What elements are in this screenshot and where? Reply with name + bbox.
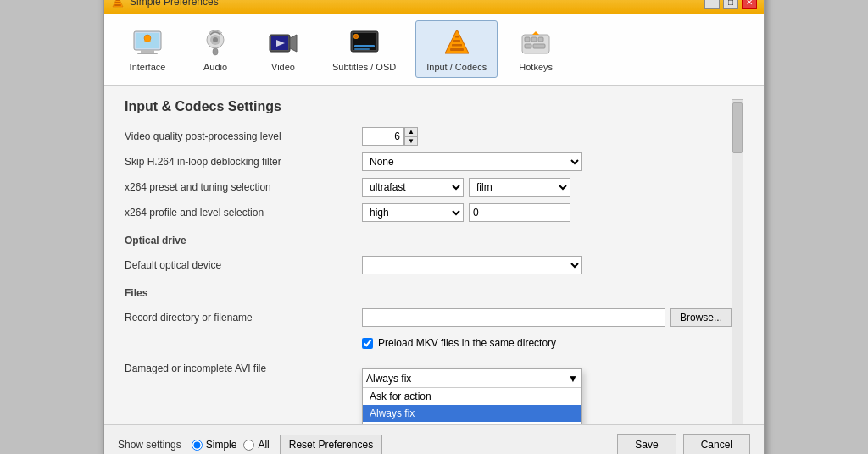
video-quality-input[interactable] <box>362 127 404 146</box>
dropdown-arrow-icon: ▼ <box>568 373 578 385</box>
simple-label: Simple <box>206 439 237 451</box>
spinbox-arrows: ▲ ▼ <box>404 127 418 146</box>
record-dir-label: Record directory or filename <box>125 312 362 324</box>
record-dir-row: Record directory or filename Browse... <box>125 307 732 328</box>
title-bar: Simple Preferences – □ ✕ <box>104 0 764 14</box>
close-button[interactable]: ✕ <box>742 0 757 9</box>
preload-mkv-label: Preload MKV files in the same directory <box>378 337 556 349</box>
x264-profile-select[interactable]: high main baseline <box>362 203 464 222</box>
footer-right: Save Cancel <box>617 434 750 454</box>
all-radio[interactable] <box>243 440 254 451</box>
title-bar-buttons: – □ ✕ <box>704 0 757 9</box>
dropdown-header[interactable]: Always fix ▼ <box>363 369 581 388</box>
svg-rect-28 <box>455 36 459 38</box>
damaged-avi-row: Damaged or incomplete AVI file Always fi… <box>125 358 732 379</box>
tab-audio[interactable]: Audio <box>186 20 245 78</box>
dropdown-option-ask[interactable]: Ask for action <box>363 388 581 405</box>
dropdown-option-always[interactable]: Always fix <box>363 405 581 422</box>
maximize-button[interactable]: □ <box>723 0 738 9</box>
save-button[interactable]: Save <box>617 434 676 454</box>
svg-rect-31 <box>531 37 537 42</box>
dropdown-option-never[interactable]: Never fix <box>363 422 581 424</box>
svg-rect-2 <box>115 2 120 3</box>
tab-subtitles[interactable]: Subtitles / OSD <box>321 20 407 78</box>
record-dir-control: Browse... <box>362 308 732 327</box>
content-area: Input & Codecs Settings Video quality po… <box>104 86 764 424</box>
window-title: Simple Preferences <box>130 0 219 8</box>
tab-input[interactable]: Input / Codecs <box>415 20 498 78</box>
svg-rect-20 <box>354 45 375 47</box>
footer-left: Show settings Simple All Reset Preferenc… <box>118 435 382 454</box>
audio-icon <box>198 26 232 60</box>
x264-tuning-select[interactable]: film animation grain stillimage <box>469 178 570 197</box>
svg-rect-13 <box>213 48 218 55</box>
preload-mkv-row: Preload MKV files in the same directory <box>125 333 732 353</box>
simple-radio[interactable] <box>192 440 203 451</box>
optical-device-row: Default optical device <box>125 255 732 275</box>
x264-level-input[interactable] <box>469 203 570 222</box>
svg-rect-34 <box>533 44 545 48</box>
damaged-avi-label: Damaged or incomplete AVI file <box>125 363 362 374</box>
vlc-title-icon <box>111 0 125 8</box>
tab-interface[interactable]: Interface <box>118 20 177 78</box>
svg-rect-27 <box>453 40 460 42</box>
reset-preferences-button[interactable]: Reset Preferences <box>280 435 382 454</box>
optical-device-select[interactable] <box>362 256 582 274</box>
svg-rect-7 <box>137 53 158 54</box>
spinbox-down[interactable]: ▼ <box>404 136 418 146</box>
browse-button[interactable]: Browse... <box>670 308 732 327</box>
tab-input-label: Input / Codecs <box>426 62 487 72</box>
svg-point-12 <box>213 37 218 42</box>
x264-profile-control: high main baseline <box>362 203 732 222</box>
svg-rect-6 <box>141 50 154 53</box>
svg-rect-30 <box>525 37 530 42</box>
tab-hotkeys-label: Hotkeys <box>519 62 553 72</box>
all-radio-option[interactable]: All <box>243 439 269 451</box>
x264-preset-row: x264 preset and tuning selection ultrafa… <box>125 177 732 197</box>
svg-marker-35 <box>532 31 539 35</box>
radio-settings: Simple All <box>192 439 270 451</box>
dropdown-current-value: Always fix <box>366 373 411 385</box>
minimize-button[interactable]: – <box>704 0 720 9</box>
optical-device-control <box>362 256 732 274</box>
tab-subtitles-label: Subtitles / OSD <box>332 62 396 72</box>
all-label: All <box>258 439 269 451</box>
tab-interface-label: Interface <box>130 62 166 72</box>
main-content: Input & Codecs Settings Video quality po… <box>125 99 743 424</box>
hotkeys-icon <box>519 26 553 60</box>
svg-rect-1 <box>114 4 121 6</box>
tab-video[interactable]: Video <box>253 20 313 78</box>
main-window: Simple Preferences – □ ✕ Interface <box>103 0 765 454</box>
video-quality-control: ▲ ▼ <box>362 127 732 146</box>
tab-audio-label: Audio <box>203 62 227 72</box>
skip-h264-select[interactable]: None All Non-reference <box>362 152 582 171</box>
cancel-button[interactable]: Cancel <box>683 434 750 454</box>
settings-form: Video quality post-processing level ▲ ▼ … <box>125 126 732 424</box>
files-group: Files <box>125 287 732 299</box>
svg-rect-33 <box>525 44 531 48</box>
x264-preset-select[interactable]: ultrafast superfast veryfast fast medium <box>362 178 464 197</box>
preload-mkv-control: Preload MKV files in the same directory <box>362 337 732 349</box>
optical-drive-group: Optical drive <box>125 235 732 246</box>
subtitles-icon <box>348 26 381 60</box>
interface-icon <box>131 26 164 60</box>
damaged-avi-dropdown[interactable]: Always fix ▼ Ask for action Always fix N… <box>362 368 582 424</box>
toolbar: Interface Audio <box>104 14 764 86</box>
simple-radio-option[interactable]: Simple <box>192 439 237 451</box>
tab-hotkeys[interactable]: Hotkeys <box>506 20 565 78</box>
scrollbar-thumb[interactable] <box>732 102 743 153</box>
preload-mkv-checkbox[interactable] <box>362 338 373 349</box>
record-dir-input[interactable] <box>362 308 665 327</box>
show-settings-label: Show settings <box>118 439 181 451</box>
footer: Show settings Simple All Reset Preferenc… <box>104 424 764 454</box>
section-title: Input & Codecs Settings <box>125 99 732 114</box>
spinbox-up[interactable]: ▲ <box>404 127 418 136</box>
scrollbar-track: ▲ ▼ <box>732 99 743 424</box>
video-icon <box>266 26 300 60</box>
svg-rect-25 <box>450 48 464 51</box>
svg-rect-3 <box>116 0 120 1</box>
x264-preset-control: ultrafast superfast veryfast fast medium… <box>362 178 732 197</box>
x264-profile-row: x264 profile and level selection high ma… <box>125 202 732 223</box>
tab-video-label: Video <box>271 62 295 72</box>
svg-rect-21 <box>354 48 370 50</box>
